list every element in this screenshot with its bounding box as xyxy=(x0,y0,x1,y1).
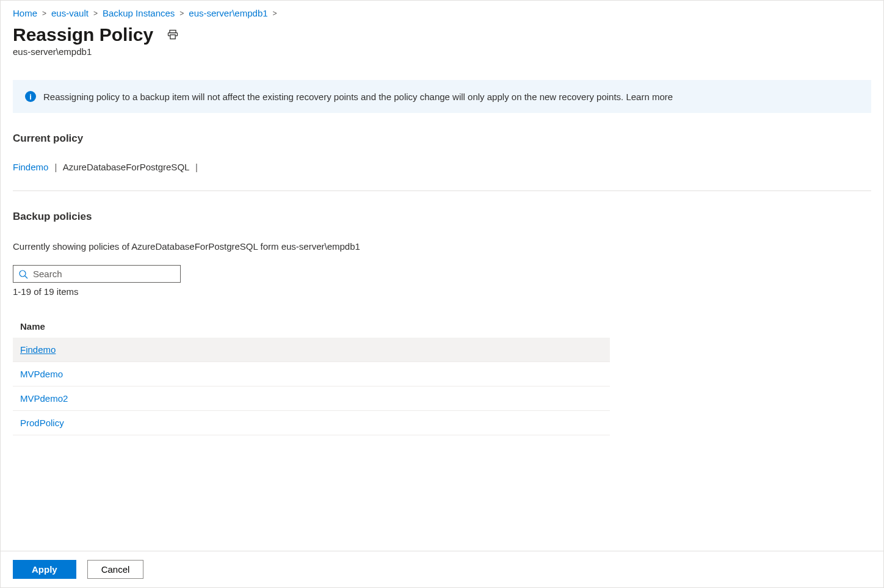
current-policy-row: Findemo | AzureDatabaseForPostgreSQL | xyxy=(1,145,883,191)
policy-link[interactable]: MVPdemo2 xyxy=(20,393,68,404)
info-text: Reassigning policy to a backup item will… xyxy=(43,92,673,102)
policy-link[interactable]: ProdPolicy xyxy=(20,418,64,428)
search-icon xyxy=(18,269,28,279)
backup-policies-heading: Backup policies xyxy=(1,191,883,223)
backup-policies-desc: Currently showing policies of AzureDatab… xyxy=(1,223,883,252)
table-row[interactable]: Findemo xyxy=(13,338,610,362)
breadcrumb-vault[interactable]: eus-vault xyxy=(51,8,89,18)
table-row[interactable]: MVPdemo xyxy=(13,362,610,387)
title-row: Reassign Policy xyxy=(1,18,883,45)
chevron-right-icon: > xyxy=(179,9,184,18)
svg-rect-1 xyxy=(170,35,175,39)
current-policy-heading: Current policy xyxy=(1,113,883,145)
svg-point-2 xyxy=(20,270,26,277)
chevron-right-icon: > xyxy=(273,9,277,18)
breadcrumb-instance[interactable]: eus-server\empdb1 xyxy=(189,8,267,18)
table-header-name: Name xyxy=(13,315,610,338)
breadcrumb: Home > eus-vault > Backup Instances > eu… xyxy=(1,8,883,18)
chevron-right-icon: > xyxy=(42,9,46,18)
result-count: 1-19 of 19 items xyxy=(1,283,883,297)
policy-table: Name Findemo MVPdemo MVPdemo2 ProdPolicy xyxy=(13,315,610,435)
cancel-button[interactable]: Cancel xyxy=(87,560,144,579)
breadcrumb-backup-instances[interactable]: Backup Instances xyxy=(103,8,175,18)
page-subtitle: eus-server\empdb1 xyxy=(1,45,883,57)
reassign-policy-page: Home > eus-vault > Backup Instances > eu… xyxy=(0,0,884,588)
search-input[interactable] xyxy=(32,268,175,280)
current-policy-type: AzureDatabaseForPostgreSQL xyxy=(63,162,189,172)
print-icon[interactable] xyxy=(167,29,179,41)
svg-line-3 xyxy=(25,276,27,278)
policy-link[interactable]: Findemo xyxy=(20,344,56,355)
footer: Apply Cancel xyxy=(1,551,883,587)
current-policy-link[interactable]: Findemo xyxy=(13,162,48,172)
separator: | xyxy=(192,162,201,172)
info-icon: i xyxy=(25,91,36,102)
apply-button[interactable]: Apply xyxy=(13,560,76,579)
chevron-right-icon: > xyxy=(93,9,98,18)
policy-link[interactable]: MVPdemo xyxy=(20,369,63,379)
breadcrumb-home[interactable]: Home xyxy=(13,8,37,18)
separator: | xyxy=(51,162,61,172)
table-row[interactable]: ProdPolicy xyxy=(13,411,610,435)
info-banner: i Reassigning policy to a backup item wi… xyxy=(13,80,871,113)
search-box[interactable] xyxy=(13,265,181,283)
page-title: Reassign Policy xyxy=(13,24,153,45)
table-row[interactable]: MVPdemo2 xyxy=(13,387,610,411)
